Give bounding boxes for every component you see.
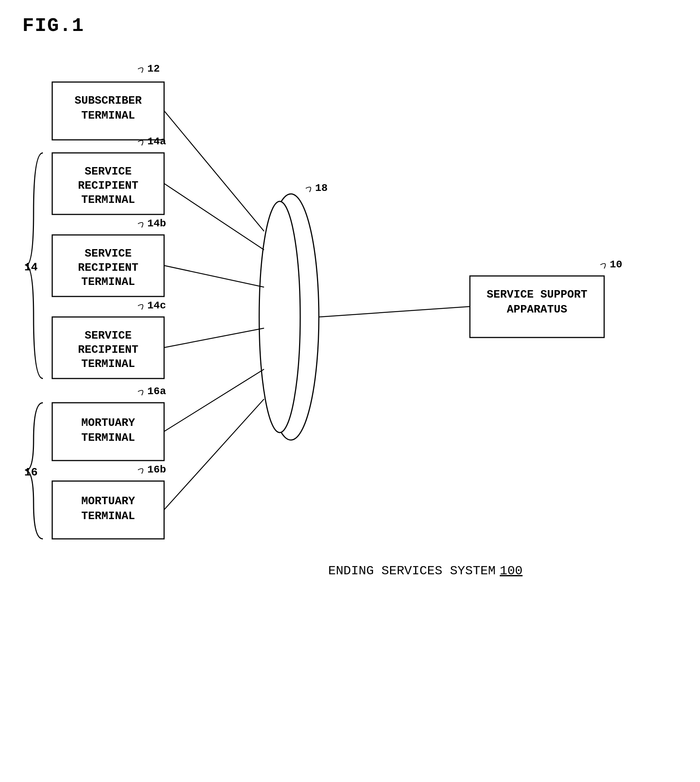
svg-text:ENDING SERVICES SYSTEM: ENDING SERVICES SYSTEM bbox=[328, 564, 496, 578]
svg-text:100: 100 bbox=[500, 564, 522, 578]
svg-text:14: 14 bbox=[24, 261, 38, 274]
svg-text:18: 18 bbox=[315, 182, 328, 194]
svg-line-27 bbox=[164, 183, 264, 250]
svg-point-22 bbox=[259, 202, 300, 433]
svg-text:SUBSCRIBER: SUBSCRIBER bbox=[75, 94, 142, 107]
svg-text:APPARATUS: APPARATUS bbox=[507, 303, 567, 316]
svg-line-30 bbox=[164, 369, 264, 432]
svg-rect-7 bbox=[52, 235, 164, 297]
svg-text:RECIPIENT: RECIPIENT bbox=[78, 179, 138, 192]
svg-rect-11 bbox=[52, 317, 164, 378]
svg-text:MORTUARY: MORTUARY bbox=[81, 417, 135, 429]
svg-text:16: 16 bbox=[24, 466, 38, 479]
svg-line-28 bbox=[164, 265, 264, 287]
svg-text:SERVICE SUPPORT: SERVICE SUPPORT bbox=[487, 288, 587, 301]
svg-text:TERMINAL: TERMINAL bbox=[81, 358, 135, 370]
svg-line-26 bbox=[164, 111, 264, 231]
svg-line-31 bbox=[164, 399, 264, 510]
svg-text:TERMINAL: TERMINAL bbox=[81, 510, 135, 522]
svg-rect-18 bbox=[52, 481, 164, 539]
svg-point-21 bbox=[263, 194, 319, 440]
svg-text:TERMINAL: TERMINAL bbox=[81, 275, 135, 288]
svg-text:14b: 14b bbox=[147, 218, 166, 229]
svg-text:TERMINAL: TERMINAL bbox=[81, 109, 135, 122]
svg-rect-0 bbox=[52, 82, 164, 140]
svg-text:12: 12 bbox=[147, 63, 160, 75]
svg-rect-23 bbox=[470, 276, 604, 337]
svg-text:RECIPIENT: RECIPIENT bbox=[78, 343, 138, 356]
svg-text:RECIPIENT: RECIPIENT bbox=[78, 262, 138, 274]
svg-text:TERMINAL: TERMINAL bbox=[81, 193, 135, 206]
svg-text:16a: 16a bbox=[147, 385, 166, 397]
svg-text:14a: 14a bbox=[147, 136, 166, 147]
svg-text:10: 10 bbox=[610, 259, 622, 270]
svg-text:16b: 16b bbox=[147, 464, 166, 475]
svg-rect-15 bbox=[52, 403, 164, 460]
svg-text:SERVICE: SERVICE bbox=[85, 165, 132, 178]
svg-rect-3 bbox=[52, 153, 164, 214]
svg-line-29 bbox=[164, 328, 264, 348]
svg-text:MORTUARY: MORTUARY bbox=[81, 495, 135, 507]
svg-text:SERVICE: SERVICE bbox=[85, 247, 132, 260]
svg-text:TERMINAL: TERMINAL bbox=[81, 432, 135, 444]
svg-text:SERVICE: SERVICE bbox=[85, 329, 132, 342]
svg-text:14c: 14c bbox=[147, 300, 166, 312]
svg-line-32 bbox=[319, 307, 470, 317]
figure-label: FIG.1 bbox=[22, 15, 84, 37]
